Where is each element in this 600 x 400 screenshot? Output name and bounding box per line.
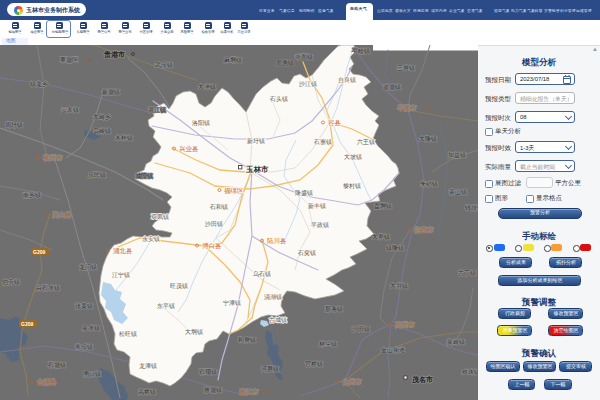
svg-text:大洋镇: 大洋镇	[198, 83, 216, 90]
svg-text:岑溪市: 岑溪市	[397, 104, 417, 112]
svg-text:官桥镇: 官桥镇	[305, 360, 323, 367]
svg-text:G209: G209	[33, 249, 45, 255]
svg-text:自良镇: 自良镇	[338, 76, 356, 84]
svg-text:合浦县: 合浦县	[37, 378, 57, 386]
svg-text:波塘镇: 波塘镇	[383, 83, 401, 91]
svg-text:新圩镇: 新圩镇	[247, 137, 265, 144]
svg-text:高桥镇: 高桥镇	[138, 388, 156, 395]
svg-text:宁潭镇: 宁潭镇	[223, 299, 241, 306]
svg-text:新丰镇: 新丰镇	[308, 202, 326, 209]
svg-text:茶山镇: 茶山镇	[449, 189, 467, 195]
svg-text:马岭镇: 马岭镇	[93, 128, 111, 134]
svg-text:石窝镇: 石窝镇	[297, 249, 316, 257]
svg-text:容县: 容县	[328, 119, 342, 127]
svg-text:松旺镇: 松旺镇	[119, 331, 137, 337]
svg-text:木梓镇: 木梓镇	[114, 135, 133, 141]
svg-text:横州市: 横州市	[43, 154, 63, 161]
svg-text:湛江镇: 湛江镇	[148, 107, 166, 113]
svg-text:和寮镇: 和寮镇	[238, 336, 256, 343]
svg-text:平政镇: 平政镇	[311, 221, 329, 228]
svg-text:镇隆镇: 镇隆镇	[385, 244, 404, 251]
svg-text:平睦镇: 平睦镇	[352, 47, 370, 54]
svg-text:城隍镇: 城隍镇	[135, 172, 153, 179]
svg-text:加益镇: 加益镇	[448, 152, 466, 158]
svg-text:泉水镇: 泉水镇	[81, 325, 100, 331]
svg-text:河唇镇: 河唇镇	[261, 366, 279, 373]
svg-text:石塘镇: 石塘镇	[47, 361, 66, 369]
svg-text:沙江镇: 沙江镇	[298, 81, 317, 87]
svg-text:新塘镇: 新塘镇	[102, 88, 120, 96]
svg-text:六王镇: 六王镇	[357, 138, 375, 145]
svg-text:江宁镇: 江宁镇	[112, 271, 130, 278]
svg-text:G209: G209	[21, 321, 33, 327]
svg-text:兴业县: 兴业县	[179, 145, 199, 153]
svg-text:廉江市: 廉江市	[239, 388, 259, 396]
svg-text:旺茂镇: 旺茂镇	[170, 283, 188, 289]
svg-text:双凤镇: 双凤镇	[151, 213, 169, 220]
svg-text:福绵区: 福绵区	[224, 187, 244, 195]
svg-text:高州市: 高州市	[395, 321, 415, 328]
svg-text:盘垌镇: 盘垌镇	[374, 202, 392, 210]
svg-text:龙门镇: 龙门镇	[79, 263, 97, 270]
svg-text:隆盛镇: 隆盛镇	[295, 189, 313, 196]
svg-text:殖珠镇: 殖珠镇	[461, 369, 478, 375]
svg-text:化州市: 化州市	[342, 378, 362, 386]
svg-text:茂名市: 茂名市	[411, 375, 433, 384]
svg-text:大隆镇: 大隆镇	[419, 135, 437, 142]
svg-text:石颈镇: 石颈镇	[198, 368, 217, 376]
svg-text:寺面镇: 寺面镇	[295, 53, 313, 61]
svg-text:玉林市: 玉林市	[245, 165, 269, 174]
svg-text:龙潭镇: 龙潭镇	[139, 362, 157, 369]
svg-text:贵港市: 贵港市	[103, 50, 125, 59]
svg-text:覃塘区: 覃塘区	[60, 56, 78, 64]
svg-text:三堆镇: 三堆镇	[397, 65, 415, 71]
svg-text:大坡镇: 大坡镇	[344, 153, 362, 160]
svg-text:伯劳镇: 伯劳镇	[2, 278, 20, 286]
svg-text:常乐镇: 常乐镇	[75, 344, 93, 350]
svg-text:石头镇: 石头镇	[269, 95, 288, 103]
svg-text:博白县: 博白县	[202, 242, 222, 250]
svg-text:白石水镇: 白石水镇	[36, 284, 60, 292]
svg-text:黎村镇: 黎村镇	[343, 183, 361, 190]
svg-text:大井镇: 大井镇	[390, 282, 408, 289]
svg-text:雅塘镇: 雅塘镇	[203, 386, 222, 394]
svg-text:清湖镇: 清湖镇	[264, 294, 282, 300]
svg-text:林尘镇: 林尘镇	[318, 341, 337, 347]
svg-text:云表镇: 云表镇	[61, 106, 79, 113]
svg-text:石和镇: 石和镇	[209, 203, 228, 211]
svg-text:古丁镇: 古丁镇	[458, 270, 476, 277]
svg-text:箕岭镇: 箕岭镇	[447, 339, 465, 345]
svg-text:张黄镇: 张黄镇	[75, 303, 93, 310]
svg-text:信宜市: 信宜市	[414, 226, 434, 234]
svg-text:朱砂镇: 朱砂镇	[420, 181, 438, 187]
svg-text:灵山县: 灵山县	[52, 211, 72, 219]
svg-text:罗秀镇: 罗秀镇	[276, 59, 294, 67]
svg-text:钱排镇: 钱排镇	[464, 204, 478, 211]
svg-text:大垌镇: 大垌镇	[185, 328, 203, 336]
svg-text:那务镇: 那务镇	[325, 306, 343, 313]
svg-text:永安镇: 永安镇	[142, 235, 160, 242]
svg-text:乐民镇: 乐民镇	[88, 172, 106, 178]
svg-text:南乡镇: 南乡镇	[23, 192, 41, 198]
svg-text:金山街道: 金山街道	[380, 347, 405, 354]
svg-text:沙田镇: 沙田镇	[351, 326, 370, 333]
svg-text:乌石镇: 乌石镇	[253, 270, 271, 278]
svg-text:沙田镇: 沙田镇	[204, 221, 223, 228]
svg-text:东平镇: 东平镇	[157, 302, 175, 309]
svg-text:古城镇: 古城镇	[269, 317, 287, 324]
svg-text:陆川县: 陆川县	[267, 237, 287, 244]
svg-text:大岭乡: 大岭乡	[93, 113, 111, 120]
svg-text:麻垌镇: 麻垌镇	[224, 56, 242, 64]
svg-text:石寨镇: 石寨镇	[313, 138, 332, 146]
svg-text:镇龙乡: 镇龙乡	[29, 81, 48, 87]
svg-text:周圩镇: 周圩镇	[5, 122, 23, 128]
svg-text:浦北县: 浦北县	[113, 247, 133, 255]
svg-text:洛阳镇: 洛阳镇	[192, 120, 210, 127]
svg-text:大界镇: 大界镇	[372, 233, 390, 240]
svg-text:闸口镇: 闸口镇	[83, 371, 101, 378]
svg-text:武乐镇: 武乐镇	[155, 62, 173, 68]
